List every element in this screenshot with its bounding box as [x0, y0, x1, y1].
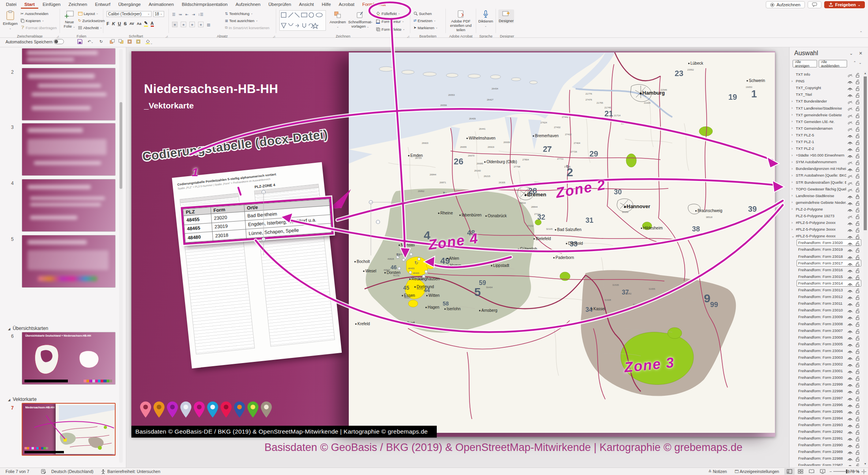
- selection-row[interactable]: Freihandform: Form 22994: [789, 415, 864, 421]
- decrease-indent-button[interactable]: ⇤: [185, 12, 189, 17]
- expand-icon[interactable]: ›: [791, 113, 795, 117]
- shape-effects-button[interactable]: Formeffekte⌄: [376, 26, 405, 32]
- selection-row[interactable]: Freihandform: Form 22992: [789, 428, 864, 435]
- thumbnail-slide-1-partial[interactable]: [22, 48, 116, 65]
- selection-row[interactable]: ›#PLZ-5-Polygone 3xxxx: [789, 226, 864, 233]
- expand-icon[interactable]: ›: [791, 221, 795, 225]
- shape-outline-button[interactable]: Formkontur⌄: [376, 18, 404, 24]
- align-left-button[interactable]: ≡: [172, 22, 178, 27]
- selection-row[interactable]: Freihandform: Form 23007: [789, 327, 864, 334]
- selection-row[interactable]: Freihandform: Form 22997: [789, 395, 864, 401]
- bold-button[interactable]: F: [107, 21, 109, 26]
- undo-button[interactable]: ↶⌄: [88, 39, 94, 44]
- slide-7-editing-surface[interactable]: Niedersachsen-HB-HH _Vektorkarte: [131, 51, 775, 437]
- selection-row[interactable]: Freihandform: Form 23009: [789, 313, 864, 320]
- reading-view-button[interactable]: [806, 468, 817, 475]
- ribbon-tab-datei[interactable]: Datei: [2, 1, 20, 9]
- selection-row[interactable]: Freihandform: Form 23017: [789, 260, 864, 266]
- designer-button[interactable]: Designer: [498, 9, 514, 23]
- thumbnail-scrollbar-thumb[interactable]: [120, 102, 122, 189]
- selection-row[interactable]: Freihandform: Form 23012: [789, 293, 864, 300]
- selection-row[interactable]: Freihandform: Form 22988: [789, 455, 864, 462]
- selection-row[interactable]: Freihandform: Form 22993: [789, 421, 864, 428]
- selection-row[interactable]: Freihandform: Form 22998: [789, 387, 864, 394]
- save-button[interactable]: [77, 39, 82, 45]
- slide-subtitle[interactable]: _Vektorkarte: [144, 101, 194, 110]
- selection-row[interactable]: ›Bundeslandgrenzen mit Hohei...: [789, 165, 864, 172]
- expand-icon[interactable]: ›: [791, 187, 795, 191]
- selection-row[interactable]: TXT_Titel: [789, 91, 864, 98]
- zoom-out-button[interactable]: −: [829, 469, 832, 474]
- selection-row[interactable]: TXT_Copyright: [789, 84, 864, 91]
- selection-row[interactable]: Freihandform: Form 23016: [789, 266, 864, 273]
- record-button[interactable]: Aufzeichnen: [766, 1, 805, 8]
- ribbon-tab-übergänge[interactable]: Übergänge: [115, 1, 144, 9]
- paste-dropdown[interactable]: ⌄: [9, 27, 11, 30]
- selection-row[interactable]: Freihandform: Form 23013: [789, 287, 864, 293]
- select-button[interactable]: ➤ Markieren⌄: [413, 24, 438, 31]
- shape-fill-button[interactable]: Fülleffekt⌄: [376, 10, 400, 17]
- comments-button[interactable]: [808, 1, 821, 8]
- selection-row[interactable]: ›TXT PLZ-5: [789, 132, 864, 138]
- pane-options-icon[interactable]: ⌄: [849, 51, 853, 56]
- collapse-ribbon-icon[interactable]: ⌃: [859, 31, 862, 35]
- selection-row[interactable]: ⌄#PLZ-5-Polygone 4xxxx: [789, 233, 864, 239]
- ribbon-tab-aufzeichnen[interactable]: Aufzeichnen: [232, 1, 264, 9]
- fill-color-qat-button[interactable]: ⌄: [145, 39, 153, 45]
- map-image[interactable]: 2672326409264272644126434265532655626603…: [349, 52, 775, 433]
- spellcheck-icon[interactable]: [41, 469, 46, 475]
- expand-icon[interactable]: ›: [791, 140, 795, 143]
- copy-button[interactable]: Kopieren⌄: [21, 17, 44, 24]
- display-settings-button[interactable]: 🗔 Anzeigeeinstellungen: [735, 469, 779, 474]
- lock-open-icon[interactable]: [855, 463, 860, 466]
- selection-row[interactable]: ›Landkreise-Stadtkreise: [789, 192, 864, 199]
- slideshow-view-button[interactable]: [817, 468, 828, 475]
- expand-icon[interactable]: ›: [791, 200, 795, 204]
- thumbnail-slide-5[interactable]: [22, 235, 116, 288]
- notes-button[interactable]: ≜ Notizen: [708, 469, 727, 474]
- selection-row[interactable]: Freihandform: Form 23003: [789, 354, 864, 361]
- font-name-combo[interactable]: Calibri (Textkörper)⌄: [107, 11, 152, 17]
- selection-row[interactable]: TXT Info: [789, 71, 864, 78]
- selection-row[interactable]: ›TXT PLZ-2: [789, 145, 864, 152]
- section-header-uebersichtskarten[interactable]: ◢Übersichtskarten: [8, 326, 48, 331]
- section-header-vektorkarte[interactable]: ◢Vektorkarte: [8, 397, 37, 402]
- ribbon-tab-animationen[interactable]: Animationen: [145, 1, 178, 9]
- redo-button[interactable]: ↻: [99, 39, 103, 44]
- expand-icon[interactable]: ›: [791, 227, 795, 231]
- selection-row[interactable]: Freihandform: Form 23006: [789, 334, 864, 341]
- selection-row[interactable]: ›PLZ-2-Polygone: [789, 206, 864, 212]
- smartart-button[interactable]: ⧉ In SmartArt konvertieren: [225, 24, 269, 31]
- selection-row[interactable]: Freihandform: Form 23001: [789, 367, 864, 374]
- section-button[interactable]: Abschnitt⌄: [78, 24, 102, 31]
- normal-view-button[interactable]: [784, 468, 795, 475]
- highlight-button[interactable]: ✎: [144, 20, 148, 27]
- italic-button[interactable]: K: [112, 21, 115, 26]
- codierungstabelle-heading[interactable]: Codierungstabelle (docx-Datei): [142, 127, 329, 164]
- ribbon-tab-start[interactable]: Start: [21, 1, 38, 9]
- selection-row[interactable]: Freihandform: Form 23011: [789, 300, 864, 307]
- slide-title[interactable]: Niedersachsen-HB-HH: [144, 82, 278, 96]
- selection-row[interactable]: Freihandform: Form 23015: [789, 273, 864, 280]
- text-direction-button[interactable]: ⇅ Textrichtung⌄: [225, 10, 253, 17]
- move-up-button[interactable]: ⌃: [853, 61, 856, 65]
- expand-icon[interactable]: ›: [791, 99, 795, 103]
- thumbnail-slide-4[interactable]: [22, 179, 116, 232]
- ribbon-tab-acrobat[interactable]: Acrobat: [335, 1, 358, 9]
- replace-button[interactable]: ⇄ Ersetzen⌄: [413, 17, 436, 24]
- thumbnail-slide-6[interactable]: Übersichtskarte Deutschland + Niedersach…: [22, 332, 116, 385]
- arrange-button[interactable]: Anordnen⌄: [328, 10, 347, 28]
- selection-row[interactable]: ›TXT Gemeindenamen: [789, 125, 864, 132]
- hide-all-button[interactable]: Alle ausblenden: [819, 60, 847, 67]
- autosave-toggle[interactable]: [54, 39, 64, 44]
- selection-row[interactable]: Freihandform: Form 23008: [789, 320, 864, 327]
- fit-to-window-icon[interactable]: [861, 469, 866, 475]
- expand-icon[interactable]: ›: [791, 173, 795, 177]
- expand-icon[interactable]: ›: [791, 126, 795, 130]
- strikethrough-button[interactable]: S: [124, 21, 127, 26]
- docx-document-preview[interactable]: Codierungstabelle Postleitzahlen 5-stell…: [172, 162, 342, 368]
- selection-row[interactable]: ›TOPO Gewässer flächig [Quell...: [789, 186, 864, 192]
- selection-row[interactable]: Freihandform: Form 23005: [789, 341, 864, 347]
- visibility-eye-icon[interactable]: [847, 463, 853, 466]
- move-down-button[interactable]: ⌄: [859, 61, 862, 65]
